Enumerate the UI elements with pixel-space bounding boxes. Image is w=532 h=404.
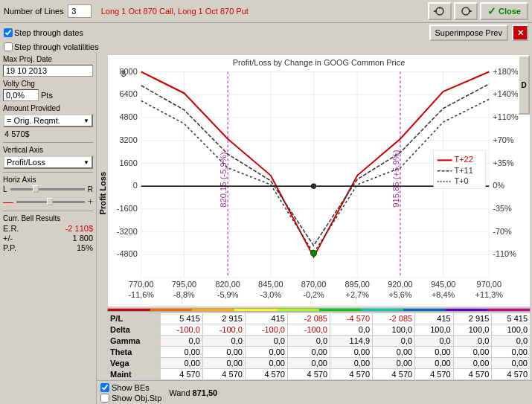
profit-loss-label: Profit Loss <box>98 172 107 214</box>
er-label: E.R. <box>3 224 19 233</box>
d-button[interactable]: D <box>518 55 530 115</box>
svg-text:+140%: +140% <box>493 89 518 98</box>
gamma-row: Gamma 0,0 0,0 0,0 0,0 114,9 0,0 0,0 0,0 … <box>108 336 531 347</box>
svg-text:+180%: +180% <box>493 66 518 75</box>
svg-text:+110%: +110% <box>493 112 518 121</box>
step-volatilities-checkbox[interactable]: Step through volatilities <box>4 42 528 51</box>
svg-text:-3200: -3200 <box>117 227 138 236</box>
max-proj-date-label: Max Proj. Date <box>3 55 93 63</box>
svg-text:4800: 4800 <box>119 112 137 121</box>
show-bes-checkbox[interactable]: Show BEs <box>100 383 161 392</box>
bell-results-label: Curr. Bell Results <box>3 214 93 222</box>
horiz-l-label: L <box>3 185 7 193</box>
svg-point-69 <box>312 184 316 188</box>
delta-row: Delta -100,0 -100,0 -100,0 -100,0 0,0 10… <box>108 324 531 336</box>
wand-label: Wand <box>169 388 190 397</box>
close-checkmark-icon: ✓ <box>487 5 496 17</box>
vega-row: Vega 0,00 0,00 0,00 0,00 0,00 0,00 0,00 … <box>108 358 531 369</box>
horiz-r-label: R <box>88 185 93 193</box>
maint-row: Maint 4 570 4 570 4 570 4 570 4 570 4 57… <box>108 369 531 380</box>
pl-row: P/L 5 415 2 915 415 -2 085 -4 570 -2 085… <box>108 313 531 324</box>
svg-text:-1600: -1600 <box>117 204 138 213</box>
data-table-container: P/L 5 415 2 915 415 -2 085 -4 570 -2 085… <box>107 312 531 380</box>
svg-text:795,00: 795,00 <box>172 280 196 289</box>
nav-forward-button[interactable] <box>454 2 478 20</box>
pts-label: Pts <box>41 91 53 100</box>
svg-text:+70%: +70% <box>493 135 513 144</box>
svg-text:+11,3%: +11,3% <box>475 290 504 299</box>
svg-point-4 <box>462 7 469 15</box>
svg-text:915,85 (+5,9%): 915,85 (+5,9%) <box>391 150 400 208</box>
horiz-slider[interactable] <box>33 185 39 193</box>
svg-marker-2 <box>434 10 437 13</box>
horiz-axis-label: Horiz Axis <box>3 176 93 184</box>
color-slider[interactable] <box>47 198 53 205</box>
svg-text:-8,8%: -8,8% <box>173 290 195 299</box>
close-button[interactable]: ✓ Close <box>480 2 528 20</box>
svg-text:0: 0 <box>133 181 138 190</box>
bottom-controls: Show BEs Show Obj.Stp Wand 871,50 <box>97 380 532 404</box>
plusminus-label: +/- <box>3 234 13 243</box>
chart-title: Long 1 Oct 870 Call, Long 1 Oct 870 Put <box>95 7 424 16</box>
svg-text:-110%: -110% <box>493 249 516 258</box>
vertical-axis-label: Vertical Axis <box>3 146 93 154</box>
svg-text:-3,0%: -3,0% <box>260 290 282 299</box>
wand-value: 871,50 <box>193 388 218 397</box>
svg-text:-70%: -70% <box>493 227 512 236</box>
svg-text:-4800: -4800 <box>117 249 138 258</box>
svg-text:820,00: 820,00 <box>215 280 240 289</box>
plusminus-value: 1 800 <box>72 234 93 243</box>
svg-text:6400: 6400 <box>119 89 137 98</box>
nav-back-button[interactable] <box>428 2 452 20</box>
svg-text:T+22: T+22 <box>455 155 473 164</box>
show-obj-stp-label: Show Obj.Stp <box>112 394 161 403</box>
vertical-axis-dropdown[interactable]: Profit/Loss ▼ <box>3 155 93 169</box>
volty-chg-label: Volty Chg <box>3 80 93 88</box>
svg-text:+8,4%: +8,4% <box>432 290 455 299</box>
show-bes-label: Show BEs <box>112 383 150 392</box>
svg-text:770,00: 770,00 <box>129 280 153 289</box>
svg-text:8000: 8000 <box>119 66 137 75</box>
amount-value: 4 570$ <box>3 129 93 139</box>
cancel-x-button[interactable]: ✕ <box>512 25 528 41</box>
svg-marker-6 <box>469 10 472 13</box>
svg-text:870,00: 870,00 <box>301 280 326 289</box>
num-lines-input[interactable] <box>68 4 92 18</box>
er-value: -2 110$ <box>65 224 93 233</box>
amount-dropdown[interactable]: = Orig. Reqmt. ▼ <box>3 114 93 127</box>
svg-text:0%: 0% <box>493 181 504 190</box>
max-proj-date-value: 19 10 2013 <box>3 65 93 77</box>
theta-row: Theta 0,00 0,00 0,00 0,00 0,00 0,00 0,00… <box>108 347 531 358</box>
svg-text:+35%: +35% <box>493 158 513 167</box>
chart-title-text: Profit/Loss by Change in GOOG Common Pri… <box>233 58 405 67</box>
svg-text:T+11: T+11 <box>455 166 473 175</box>
svg-text:-0,2%: -0,2% <box>303 290 324 299</box>
pp-label: P.P. <box>3 243 16 252</box>
pp-value: 15% <box>77 243 93 252</box>
volty-chg-input[interactable]: 0,0% <box>3 89 39 101</box>
amount-label: Amount Provided <box>3 104 93 112</box>
svg-text:+2,7%: +2,7% <box>346 290 369 299</box>
svg-text:895,00: 895,00 <box>345 280 370 289</box>
close-label: Close <box>499 7 521 16</box>
svg-text:945,00: 945,00 <box>431 280 455 289</box>
svg-text:1600: 1600 <box>119 158 137 167</box>
step-dates-checkbox[interactable]: Step through dates <box>4 28 83 37</box>
svg-text:-35%: -35% <box>493 204 512 213</box>
svg-text:+5,6%: +5,6% <box>388 290 411 299</box>
svg-text:3200: 3200 <box>119 135 137 144</box>
color-bar <box>107 308 531 312</box>
show-obj-stp-checkbox[interactable]: Show Obj.Stp <box>100 394 161 403</box>
svg-point-68 <box>311 250 317 256</box>
svg-text:T+0: T+0 <box>455 176 469 185</box>
svg-text:-11,6%: -11,6% <box>128 290 154 299</box>
svg-text:845,00: 845,00 <box>258 280 283 289</box>
num-lines-label: Number of Lines <box>4 7 64 16</box>
superimpose-button[interactable]: Superimpose Prev <box>429 25 509 41</box>
svg-text:-5,9%: -5,9% <box>217 290 239 299</box>
svg-text:920,00: 920,00 <box>388 280 412 289</box>
pl-label: P/L <box>108 313 161 324</box>
svg-text:970,00: 970,00 <box>477 280 501 289</box>
